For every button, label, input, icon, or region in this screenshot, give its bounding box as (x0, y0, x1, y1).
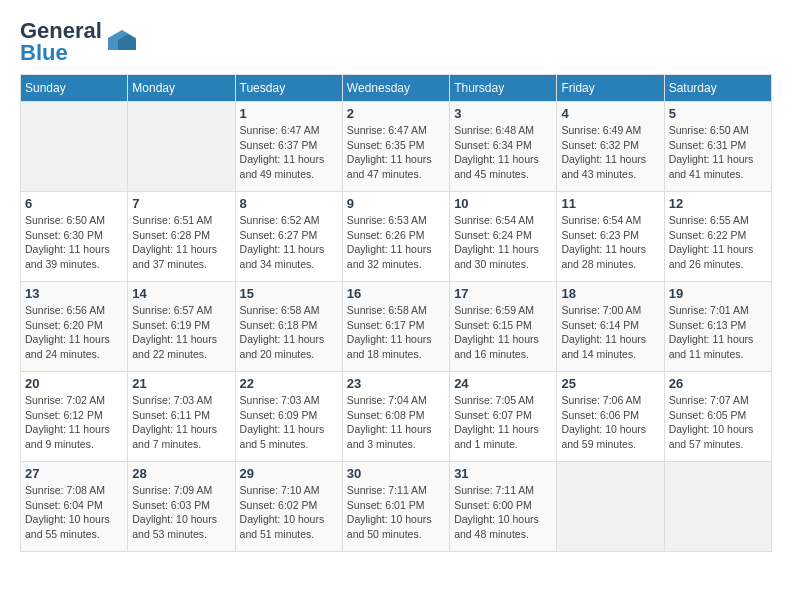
day-info: Sunrise: 7:11 AMSunset: 6:00 PMDaylight:… (454, 483, 552, 542)
calendar-header-row: SundayMondayTuesdayWednesdayThursdayFrid… (21, 75, 772, 102)
day-number: 29 (240, 466, 338, 481)
calendar-cell: 20Sunrise: 7:02 AMSunset: 6:12 PMDayligh… (21, 372, 128, 462)
day-info: Sunrise: 7:04 AMSunset: 6:08 PMDaylight:… (347, 393, 445, 452)
day-info: Sunrise: 7:03 AMSunset: 6:11 PMDaylight:… (132, 393, 230, 452)
day-number: 8 (240, 196, 338, 211)
day-number: 9 (347, 196, 445, 211)
calendar-week-row: 27Sunrise: 7:08 AMSunset: 6:04 PMDayligh… (21, 462, 772, 552)
weekday-header: Sunday (21, 75, 128, 102)
page-header: General Blue (20, 20, 772, 64)
calendar-cell: 23Sunrise: 7:04 AMSunset: 6:08 PMDayligh… (342, 372, 449, 462)
calendar-cell: 4Sunrise: 6:49 AMSunset: 6:32 PMDaylight… (557, 102, 664, 192)
day-number: 30 (347, 466, 445, 481)
weekday-header: Tuesday (235, 75, 342, 102)
day-info: Sunrise: 6:57 AMSunset: 6:19 PMDaylight:… (132, 303, 230, 362)
calendar-cell: 30Sunrise: 7:11 AMSunset: 6:01 PMDayligh… (342, 462, 449, 552)
calendar-week-row: 20Sunrise: 7:02 AMSunset: 6:12 PMDayligh… (21, 372, 772, 462)
day-info: Sunrise: 6:54 AMSunset: 6:24 PMDaylight:… (454, 213, 552, 272)
day-info: Sunrise: 6:47 AMSunset: 6:35 PMDaylight:… (347, 123, 445, 182)
logo-icon (108, 30, 136, 54)
day-number: 26 (669, 376, 767, 391)
calendar-week-row: 1Sunrise: 6:47 AMSunset: 6:37 PMDaylight… (21, 102, 772, 192)
day-number: 22 (240, 376, 338, 391)
day-info: Sunrise: 6:52 AMSunset: 6:27 PMDaylight:… (240, 213, 338, 272)
day-info: Sunrise: 7:02 AMSunset: 6:12 PMDaylight:… (25, 393, 123, 452)
calendar-cell: 7Sunrise: 6:51 AMSunset: 6:28 PMDaylight… (128, 192, 235, 282)
day-number: 27 (25, 466, 123, 481)
day-info: Sunrise: 7:07 AMSunset: 6:05 PMDaylight:… (669, 393, 767, 452)
calendar-cell: 22Sunrise: 7:03 AMSunset: 6:09 PMDayligh… (235, 372, 342, 462)
calendar-cell (21, 102, 128, 192)
calendar-cell: 21Sunrise: 7:03 AMSunset: 6:11 PMDayligh… (128, 372, 235, 462)
day-info: Sunrise: 7:05 AMSunset: 6:07 PMDaylight:… (454, 393, 552, 452)
day-number: 16 (347, 286, 445, 301)
calendar-cell: 9Sunrise: 6:53 AMSunset: 6:26 PMDaylight… (342, 192, 449, 282)
day-info: Sunrise: 6:54 AMSunset: 6:23 PMDaylight:… (561, 213, 659, 272)
day-info: Sunrise: 6:56 AMSunset: 6:20 PMDaylight:… (25, 303, 123, 362)
day-number: 19 (669, 286, 767, 301)
weekday-header: Friday (557, 75, 664, 102)
day-number: 7 (132, 196, 230, 211)
calendar-cell: 2Sunrise: 6:47 AMSunset: 6:35 PMDaylight… (342, 102, 449, 192)
calendar-table: SundayMondayTuesdayWednesdayThursdayFrid… (20, 74, 772, 552)
calendar-cell: 18Sunrise: 7:00 AMSunset: 6:14 PMDayligh… (557, 282, 664, 372)
logo: General Blue (20, 20, 136, 64)
calendar-cell: 16Sunrise: 6:58 AMSunset: 6:17 PMDayligh… (342, 282, 449, 372)
calendar-week-row: 13Sunrise: 6:56 AMSunset: 6:20 PMDayligh… (21, 282, 772, 372)
day-number: 23 (347, 376, 445, 391)
day-number: 12 (669, 196, 767, 211)
calendar-cell: 12Sunrise: 6:55 AMSunset: 6:22 PMDayligh… (664, 192, 771, 282)
day-number: 31 (454, 466, 552, 481)
day-number: 4 (561, 106, 659, 121)
day-number: 21 (132, 376, 230, 391)
day-info: Sunrise: 7:06 AMSunset: 6:06 PMDaylight:… (561, 393, 659, 452)
calendar-cell: 15Sunrise: 6:58 AMSunset: 6:18 PMDayligh… (235, 282, 342, 372)
day-info: Sunrise: 6:55 AMSunset: 6:22 PMDaylight:… (669, 213, 767, 272)
calendar-cell: 24Sunrise: 7:05 AMSunset: 6:07 PMDayligh… (450, 372, 557, 462)
day-info: Sunrise: 7:09 AMSunset: 6:03 PMDaylight:… (132, 483, 230, 542)
day-info: Sunrise: 7:03 AMSunset: 6:09 PMDaylight:… (240, 393, 338, 452)
day-info: Sunrise: 7:01 AMSunset: 6:13 PMDaylight:… (669, 303, 767, 362)
day-number: 28 (132, 466, 230, 481)
day-info: Sunrise: 6:58 AMSunset: 6:17 PMDaylight:… (347, 303, 445, 362)
calendar-cell: 29Sunrise: 7:10 AMSunset: 6:02 PMDayligh… (235, 462, 342, 552)
logo-text: General Blue (20, 20, 102, 64)
calendar-cell: 28Sunrise: 7:09 AMSunset: 6:03 PMDayligh… (128, 462, 235, 552)
day-info: Sunrise: 7:10 AMSunset: 6:02 PMDaylight:… (240, 483, 338, 542)
day-number: 18 (561, 286, 659, 301)
calendar-cell: 19Sunrise: 7:01 AMSunset: 6:13 PMDayligh… (664, 282, 771, 372)
day-info: Sunrise: 6:51 AMSunset: 6:28 PMDaylight:… (132, 213, 230, 272)
calendar-cell: 14Sunrise: 6:57 AMSunset: 6:19 PMDayligh… (128, 282, 235, 372)
calendar-cell: 13Sunrise: 6:56 AMSunset: 6:20 PMDayligh… (21, 282, 128, 372)
calendar-cell: 17Sunrise: 6:59 AMSunset: 6:15 PMDayligh… (450, 282, 557, 372)
day-info: Sunrise: 6:58 AMSunset: 6:18 PMDaylight:… (240, 303, 338, 362)
day-number: 24 (454, 376, 552, 391)
calendar-cell: 11Sunrise: 6:54 AMSunset: 6:23 PMDayligh… (557, 192, 664, 282)
calendar-cell: 10Sunrise: 6:54 AMSunset: 6:24 PMDayligh… (450, 192, 557, 282)
calendar-cell: 1Sunrise: 6:47 AMSunset: 6:37 PMDaylight… (235, 102, 342, 192)
day-info: Sunrise: 6:50 AMSunset: 6:31 PMDaylight:… (669, 123, 767, 182)
calendar-week-row: 6Sunrise: 6:50 AMSunset: 6:30 PMDaylight… (21, 192, 772, 282)
day-info: Sunrise: 6:48 AMSunset: 6:34 PMDaylight:… (454, 123, 552, 182)
calendar-cell: 25Sunrise: 7:06 AMSunset: 6:06 PMDayligh… (557, 372, 664, 462)
day-number: 13 (25, 286, 123, 301)
day-number: 15 (240, 286, 338, 301)
day-number: 6 (25, 196, 123, 211)
weekday-header: Wednesday (342, 75, 449, 102)
calendar-cell: 26Sunrise: 7:07 AMSunset: 6:05 PMDayligh… (664, 372, 771, 462)
day-number: 20 (25, 376, 123, 391)
day-number: 14 (132, 286, 230, 301)
day-number: 3 (454, 106, 552, 121)
day-number: 5 (669, 106, 767, 121)
calendar-cell: 3Sunrise: 6:48 AMSunset: 6:34 PMDaylight… (450, 102, 557, 192)
calendar-cell (664, 462, 771, 552)
calendar-cell: 31Sunrise: 7:11 AMSunset: 6:00 PMDayligh… (450, 462, 557, 552)
day-info: Sunrise: 6:50 AMSunset: 6:30 PMDaylight:… (25, 213, 123, 272)
calendar-cell: 8Sunrise: 6:52 AMSunset: 6:27 PMDaylight… (235, 192, 342, 282)
day-number: 1 (240, 106, 338, 121)
calendar-cell: 6Sunrise: 6:50 AMSunset: 6:30 PMDaylight… (21, 192, 128, 282)
day-info: Sunrise: 7:00 AMSunset: 6:14 PMDaylight:… (561, 303, 659, 362)
day-info: Sunrise: 6:59 AMSunset: 6:15 PMDaylight:… (454, 303, 552, 362)
calendar-cell (557, 462, 664, 552)
day-number: 11 (561, 196, 659, 211)
